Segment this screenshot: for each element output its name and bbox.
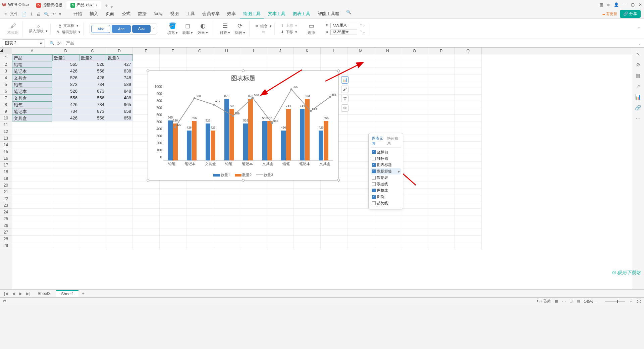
cell-D27[interactable] [106, 229, 133, 236]
cell-A26[interactable] [12, 222, 52, 229]
cell-A7[interactable]: 文具盒 [12, 95, 52, 101]
cell-B11[interactable] [52, 121, 79, 128]
maximize-button[interactable]: ▢ [631, 2, 635, 7]
cell-J27[interactable] [267, 229, 294, 236]
cell-A4[interactable]: 文具盒 [12, 74, 52, 81]
cell-B27[interactable] [52, 229, 79, 236]
row-header-6[interactable]: 6 [0, 88, 12, 95]
undo-icon[interactable]: ↶ [51, 12, 57, 16]
checkbox-icon[interactable] [372, 195, 376, 199]
apps-icon[interactable]: ▦ [599, 2, 603, 7]
cell-M9[interactable] [347, 108, 374, 115]
cell-D29[interactable] [106, 242, 133, 249]
preview-icon[interactable]: 🔍 [43, 12, 50, 16]
col-header-B[interactable]: B [52, 48, 79, 54]
cell-I28[interactable] [240, 236, 267, 242]
cell-D1[interactable]: 数量3 [106, 54, 133, 61]
cell-A14[interactable] [12, 142, 52, 148]
menu-text-tools[interactable]: 文本工具 [265, 10, 289, 18]
cell-M3[interactable] [347, 68, 374, 74]
cell-B8[interactable]: 426 [52, 101, 79, 108]
cell-Q5[interactable] [455, 81, 482, 88]
bar[interactable]: 426 [187, 131, 192, 160]
checkbox-icon[interactable] [372, 189, 376, 192]
cell-F27[interactable] [160, 229, 186, 236]
select-pane-button[interactable]: ▭选择 [306, 21, 316, 36]
cell-P13[interactable] [428, 135, 455, 142]
add-sheet-button[interactable]: ＋ [80, 291, 87, 296]
col-header-F[interactable]: F [160, 48, 186, 54]
cell-B12[interactable] [52, 128, 79, 135]
cell-N7[interactable] [374, 95, 401, 101]
cell-K27[interactable] [294, 229, 321, 236]
cell-O5[interactable] [401, 81, 428, 88]
cell-A18[interactable] [12, 168, 52, 175]
zoom-level[interactable]: 145% [584, 299, 593, 303]
cell-I29[interactable] [240, 242, 267, 249]
cell-N8[interactable] [374, 101, 401, 108]
cell-D28[interactable] [106, 236, 133, 242]
cell-I26[interactable] [240, 222, 267, 229]
cell-P29[interactable] [428, 242, 455, 249]
cell-Q21[interactable] [455, 189, 482, 195]
redo-icon[interactable]: ▾ [58, 12, 62, 16]
cell-D25[interactable] [106, 215, 133, 222]
cell-G27[interactable] [186, 229, 213, 236]
cell-H22[interactable] [213, 195, 240, 202]
menu-draw-tools[interactable]: 绘图工具 [240, 10, 264, 18]
cell-P20[interactable] [428, 182, 455, 189]
row-header-22[interactable]: 22 [0, 195, 12, 202]
cell-C11[interactable] [79, 121, 106, 128]
cell-H23[interactable] [213, 202, 240, 209]
cell-E27[interactable] [133, 229, 160, 236]
cell-O4[interactable] [401, 74, 428, 81]
cell-A29[interactable] [12, 242, 52, 249]
cell-J2[interactable] [267, 61, 294, 68]
close-button[interactable]: ✕ [639, 2, 642, 7]
cell-A17[interactable] [12, 162, 52, 168]
cell-N4[interactable] [374, 74, 401, 81]
cell-H29[interactable] [213, 242, 240, 249]
cell-G25[interactable] [186, 215, 213, 222]
cell-C25[interactable] [79, 215, 106, 222]
width-input[interactable] [330, 30, 357, 35]
row-header-28[interactable]: 28 [0, 236, 12, 242]
cell-C1[interactable]: 数量2 [79, 54, 106, 61]
cell-O3[interactable] [401, 68, 428, 74]
sheet-nav-last[interactable]: ▶| [25, 291, 32, 296]
cell-O15[interactable] [401, 148, 428, 155]
row-header-7[interactable]: 7 [0, 95, 12, 101]
cell-B4[interactable]: 526 [52, 74, 79, 81]
cell-C24[interactable] [79, 209, 106, 215]
cell-O6[interactable] [401, 88, 428, 95]
cell-E22[interactable] [133, 195, 160, 202]
cell-P25[interactable] [428, 215, 455, 222]
shape-style-3[interactable]: Abc [132, 25, 151, 33]
sheet-tab-1[interactable]: Sheet1 [56, 290, 78, 297]
cell-D13[interactable] [106, 135, 133, 142]
cell-E2[interactable] [133, 61, 160, 68]
cell-H2[interactable] [213, 61, 240, 68]
cell-Q29[interactable] [455, 242, 482, 249]
cell-O22[interactable] [401, 195, 428, 202]
cell-I23[interactable] [240, 202, 267, 209]
cell-F23[interactable] [160, 202, 186, 209]
cell-K21[interactable] [294, 189, 321, 195]
cell-K20[interactable] [294, 182, 321, 189]
cube-icon[interactable]: ⧈ [607, 2, 610, 7]
cell-M25[interactable] [347, 215, 374, 222]
edit-shape-button[interactable]: ✎ 编辑形状 ▾ [57, 30, 80, 35]
name-box[interactable]: 图表 2 ▾ [2, 39, 45, 47]
cell-Q20[interactable] [455, 182, 482, 189]
cell-B26[interactable] [52, 222, 79, 229]
row-header-23[interactable]: 23 [0, 202, 12, 209]
chevron-right-icon[interactable]: ▶ [398, 170, 400, 173]
cell-Q9[interactable] [455, 108, 482, 115]
cell-P1[interactable] [428, 54, 455, 61]
cell-J20[interactable] [267, 182, 294, 189]
row-header-12[interactable]: 12 [0, 128, 12, 135]
cell-C12[interactable] [79, 128, 106, 135]
chart-elem-option-2[interactable]: 图表标题 [371, 162, 401, 168]
cell-M27[interactable] [347, 229, 374, 236]
cell-K26[interactable] [294, 222, 321, 229]
